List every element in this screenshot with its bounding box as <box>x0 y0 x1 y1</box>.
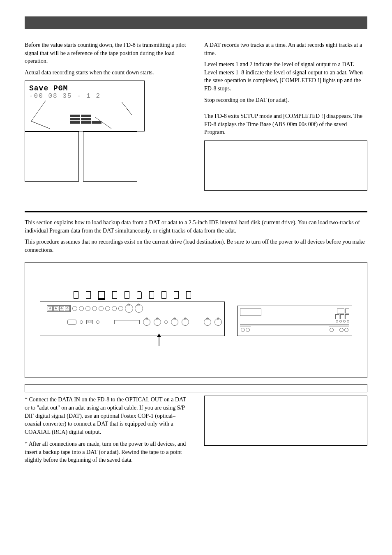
section2-intro-1: This section explains how to load backup… <box>25 219 367 235</box>
lcd-title: Save PGM <box>29 84 140 92</box>
bottom-left-column: * Connect the DATA IN on the FD-8 to the… <box>25 396 188 468</box>
left-paragraph-1: Before the value starts counting down, t… <box>25 41 188 65</box>
bottom-paragraph-2: * After all connections are made, turn o… <box>25 440 188 464</box>
bottom-right-column <box>204 396 367 468</box>
data-in-port-icon <box>143 318 150 326</box>
lcd-display: Save PGM -00 08 35 - 1 2 <box>25 81 145 131</box>
svg-line-1 <box>31 121 50 129</box>
lcd-callout-lines <box>29 101 140 129</box>
section-divider <box>25 211 367 212</box>
callout-box-2 <box>83 131 137 182</box>
optical-out-icon <box>204 318 211 326</box>
connection-diagram: ⊘⊗ ⊘⊙ ○◦○ <box>25 262 367 378</box>
svg-marker-5 <box>157 334 161 337</box>
fd8-ports <box>40 291 225 300</box>
right-paragraph-4: The FD-8 exits SETUP mode and [COMPLETED… <box>204 112 367 136</box>
arrow-up-icon <box>155 334 163 348</box>
device-fd8: ⊘⊗ ⊘⊙ ○◦○ <box>40 291 225 336</box>
device-dat <box>237 306 352 336</box>
bottom-header-box <box>25 384 367 392</box>
header-bar <box>25 16 367 29</box>
right-paragraph-2: Level meters 1 and 2 indicate the level … <box>204 60 367 92</box>
left-column: Before the value starts counting down, t… <box>25 41 188 191</box>
lcd-digits: -00 08 35 - 1 2 <box>29 92 140 100</box>
callout-box-row <box>25 131 188 182</box>
right-paragraph-3: Stop recording on the DAT (or adat). <box>204 96 367 104</box>
section2-intro-2: This procedure assumes that no recording… <box>25 238 367 254</box>
callout-box-1 <box>25 131 79 182</box>
bottom-right-box <box>204 396 367 446</box>
bottom-paragraph-1: * Connect the DATA IN on the FD-8 to the… <box>25 396 188 436</box>
svg-line-0 <box>31 101 46 121</box>
right-column: A DAT records two tracks at a time. An a… <box>204 41 367 191</box>
right-paragraph-1: A DAT records two tracks at a time. An a… <box>204 41 367 57</box>
svg-line-2 <box>122 102 132 115</box>
right-note-box <box>204 140 367 191</box>
left-paragraph-2: Actual data recording starts when the co… <box>25 69 188 77</box>
